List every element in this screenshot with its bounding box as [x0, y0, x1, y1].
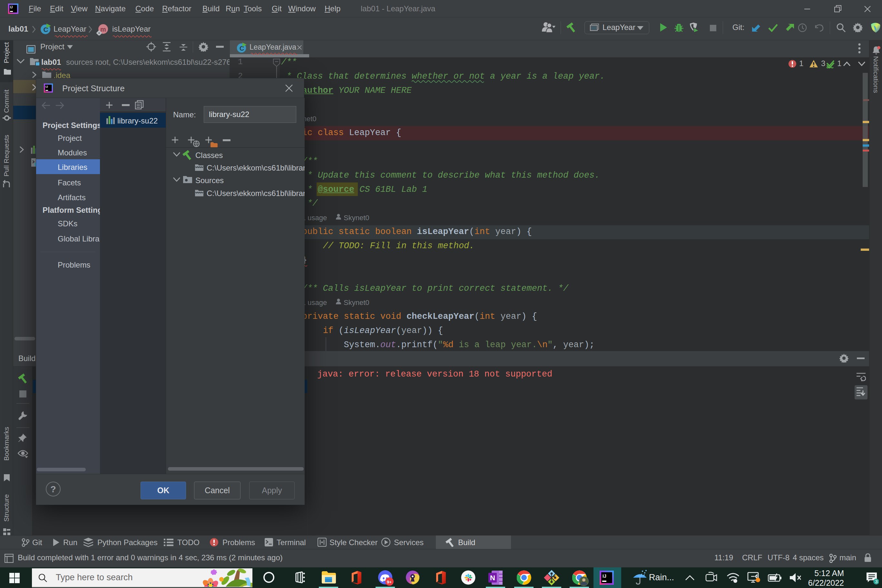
svg-text:3: 3	[875, 579, 878, 584]
svg-text:m: m	[100, 26, 106, 33]
svg-text:IJ: IJ	[603, 573, 606, 579]
svg-text:IJ: IJ	[45, 85, 48, 88]
svg-text:9+: 9+	[387, 580, 392, 585]
svg-text:N: N	[490, 574, 495, 582]
